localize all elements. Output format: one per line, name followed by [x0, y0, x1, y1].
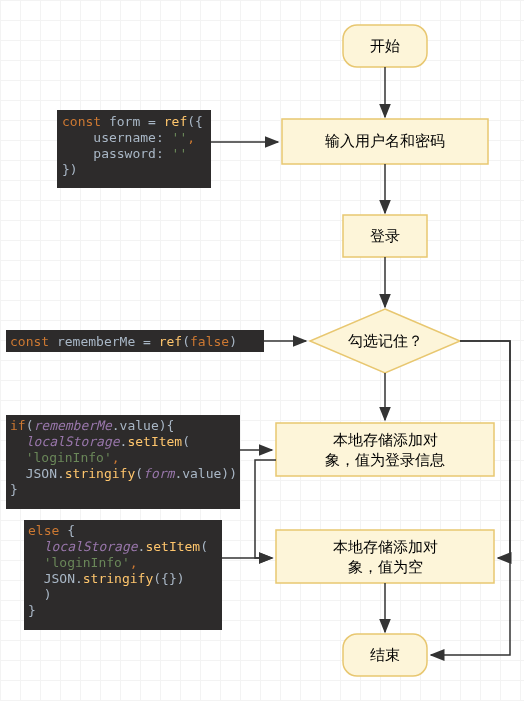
node-store2-label-a: 本地存储添加对 [333, 538, 438, 555]
node-end-label: 结束 [370, 646, 400, 663]
code-remember-text: const rememberMe = ref(false) [10, 334, 237, 349]
node-decide-label: 勾选记住？ [348, 332, 423, 349]
node-login-label: 登录 [370, 227, 400, 244]
node-start-label: 开始 [370, 37, 400, 54]
node-store1-label-a: 本地存储添加对 [333, 431, 438, 448]
flowchart-canvas: 开始 输入用户名和密码 const form = ref({ username:… [0, 0, 524, 701]
node-store1-label-b: 象，值为登录信息 [325, 451, 445, 468]
node-store2-label-b: 象，值为空 [348, 558, 423, 575]
node-input-label: 输入用户名和密码 [325, 132, 445, 149]
